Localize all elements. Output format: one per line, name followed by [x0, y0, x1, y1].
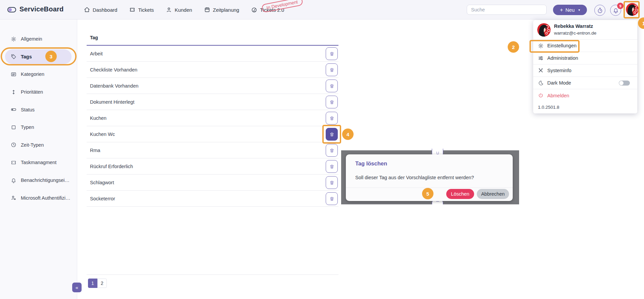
person-check-icon	[11, 195, 16, 201]
clock-icon	[11, 142, 16, 148]
search-input[interactable]	[467, 5, 547, 15]
plus-icon: +	[560, 7, 563, 13]
table-row: Rma	[87, 142, 338, 158]
tags-table: Arbeit Checkliste Vorhanden Datenbank Vo…	[87, 46, 338, 207]
table-row: Arbeit	[87, 46, 338, 62]
dialog-message: Soll dieser Tag aus der Vorschlagliste e…	[355, 175, 474, 180]
app-logo-icon	[7, 7, 16, 12]
main-nav: Dashboard Tickets Kunden Zeitplanung Tic…	[84, 0, 284, 19]
trash-icon	[329, 148, 334, 153]
notification-badge: 9	[617, 3, 624, 9]
delete-tag-button[interactable]	[326, 47, 338, 60]
user-name: Rebekka Warratz	[554, 23, 593, 29]
trash-icon	[329, 132, 334, 137]
table-row: Kuchen	[87, 110, 338, 126]
sidebar-item-tags[interactable]: Tags	[0, 48, 77, 66]
step-badge-2: 2	[508, 41, 519, 53]
menu-item-dark-mode[interactable]: Dark Mode	[533, 77, 637, 89]
list-icon	[11, 71, 16, 77]
table-row: Checkliste Vorhanden	[87, 62, 338, 78]
delete-tag-button[interactable]	[326, 80, 338, 92]
table-row: Dokument Hinterlegt	[87, 94, 338, 110]
step-badge-4: 4	[342, 129, 354, 140]
avatar	[537, 23, 551, 37]
trash-icon	[329, 99, 334, 105]
delete-tag-button[interactable]	[326, 96, 338, 108]
delete-tag-button[interactable]	[326, 176, 338, 189]
sidebar-item-benachrichtigungen[interactable]: Benachrichtigungsei…	[0, 171, 77, 189]
sidebar-item-allgemein[interactable]: Allgemein	[0, 30, 77, 48]
table-row: Socketerror	[87, 191, 338, 207]
table-row: Kuchen Wc	[87, 126, 338, 142]
ticket-icon	[129, 7, 135, 13]
table-row: Schlagwort	[87, 175, 338, 191]
avatar-image	[626, 3, 639, 16]
sliders-icon	[538, 55, 544, 61]
trash-icon	[329, 164, 334, 169]
topbar: ServiceBoard Dashboard Tickets Kunden Ze…	[0, 0, 644, 19]
ticket-icon	[11, 160, 16, 165]
avatar-image	[537, 23, 551, 37]
moon-icon	[538, 80, 544, 86]
trash-icon	[329, 180, 334, 186]
delete-tag-button[interactable]	[326, 63, 338, 76]
avatar[interactable]	[626, 3, 639, 16]
delete-tag-button[interactable]	[326, 144, 338, 157]
chevron-down-icon: ▾	[578, 8, 580, 12]
table-row: Datenbank Vorhanden	[87, 78, 338, 94]
sidebar-item-status[interactable]: Status	[0, 101, 77, 118]
loeschen-button[interactable]: Löschen	[446, 189, 474, 199]
dialog-title: Tag löschen	[355, 160, 387, 167]
toggle-icon	[11, 107, 16, 112]
table-header-tag: Tag	[90, 35, 98, 40]
trash-icon	[329, 67, 334, 73]
app-version: 1.0.2501.8	[533, 102, 637, 112]
sidebar-item-kategorien[interactable]: Kategorien	[0, 65, 77, 83]
menu-item-administration[interactable]: Administration	[533, 52, 637, 64]
trash-icon	[329, 196, 334, 202]
tag-icon	[11, 54, 16, 59]
user-email: warratz@c-entron.de	[554, 31, 596, 36]
delete-tag-button[interactable]	[326, 192, 338, 205]
sidebar-active-pill: Tags	[5, 49, 72, 64]
gear-icon	[538, 43, 544, 49]
page-button-1[interactable]: 1	[88, 279, 97, 288]
timer-button[interactable]	[594, 5, 605, 16]
gauge-icon	[251, 7, 257, 13]
delete-tag-button[interactable]	[326, 160, 338, 173]
table-bottom-border	[87, 275, 338, 275]
menu-item-abmelden[interactable]: Abmelden	[533, 89, 637, 102]
home-icon	[84, 7, 90, 13]
delete-tag-button[interactable]	[326, 112, 338, 124]
nav-item-zeitplanung[interactable]: Zeitplanung	[204, 7, 239, 13]
abbrechen-button[interactable]: Abbrechen	[477, 189, 509, 199]
menu-item-systeminfo[interactable]: Systeminfo	[533, 64, 637, 77]
toggle-knob	[619, 81, 624, 85]
table-row: Rückruf Erforderlich	[87, 158, 338, 175]
page-button-2[interactable]: 2	[97, 279, 107, 288]
dark-mode-toggle[interactable]	[619, 81, 630, 86]
user-menu: Rebekka Warratz warratz@c-entron.de Eins…	[533, 20, 637, 113]
sidebar-item-typen[interactable]: Typen	[0, 118, 77, 136]
sidebar-item-taskmanagment[interactable]: Taskmanagment	[0, 154, 77, 171]
tools-icon	[538, 68, 544, 73]
trash-icon	[329, 83, 334, 89]
nav-item-kunden[interactable]: Kunden	[166, 7, 192, 13]
arrows-up-down-icon	[11, 89, 16, 95]
sidebar-item-zeit-typen[interactable]: Zeit-Typen	[0, 136, 77, 154]
user-menu-header: Rebekka Warratz warratz@c-entron.de	[533, 20, 637, 40]
pagination: 1 2	[88, 279, 107, 288]
sidebar-list: Allgemein Tags Kategorien Prioritäten St…	[0, 19, 77, 207]
neu-button[interactable]: + Neu ▾	[553, 5, 587, 15]
person-icon	[166, 7, 172, 13]
nav-item-dashboard[interactable]: Dashboard	[84, 7, 117, 13]
bell-icon	[11, 178, 16, 183]
sidebar-item-prioritaeten[interactable]: Prioritäten	[0, 83, 77, 101]
nav-item-tickets[interactable]: Tickets	[129, 7, 154, 13]
sidebar-collapse-button[interactable]: «	[72, 283, 82, 292]
menu-item-einstellungen[interactable]: Einstellungen	[533, 40, 637, 52]
delete-tag-button-selected[interactable]	[326, 128, 338, 141]
square-icon	[11, 124, 16, 130]
sidebar-item-microsoft-auth[interactable]: Microsoft Authentifizi…	[0, 189, 77, 207]
step-badge-3: 3	[45, 51, 57, 62]
